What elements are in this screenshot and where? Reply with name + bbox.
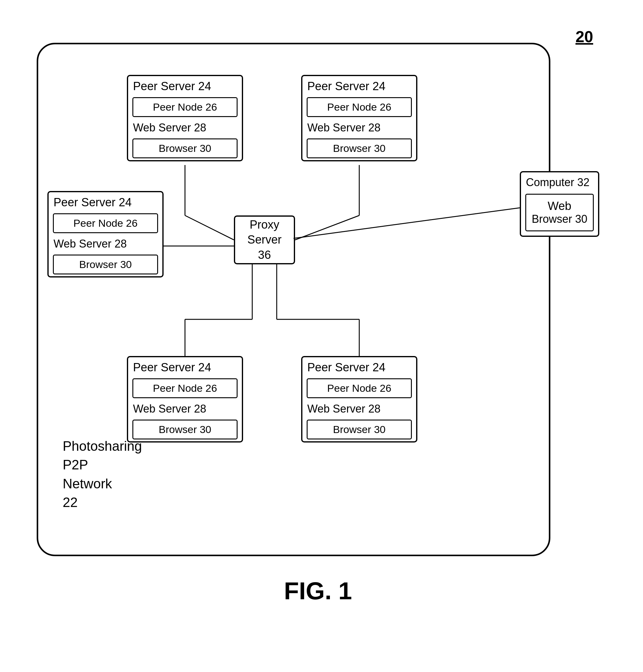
ps-bottom-right-peer-node: Peer Node 26 <box>307 378 412 398</box>
svg-line-3 <box>295 215 359 240</box>
reference-number-20: 20 <box>575 27 593 46</box>
peer-server-left: Peer Server 24 Peer Node 26 Web Server 2… <box>47 191 163 277</box>
peer-server-top-right: Peer Server 24 Peer Node 26 Web Server 2… <box>301 75 417 161</box>
main-network-box: Photosharing P2P Network 22 Peer Server … <box>37 43 550 556</box>
svg-line-1 <box>185 215 234 240</box>
ps-bottom-right-title: Peer Server 24 <box>302 357 416 376</box>
network-label-line3: Network <box>63 474 142 493</box>
proxy-server: Proxy Server 36 <box>234 215 295 264</box>
fig-label: FIG. 1 <box>284 577 352 605</box>
ps-top-left-web-server-label: Web Server 28 <box>128 119 242 137</box>
peer-server-top-left: Peer Server 24 Peer Node 26 Web Server 2… <box>127 75 243 161</box>
ps-top-right-peer-node: Peer Node 26 <box>307 97 412 117</box>
ps-bottom-left-title: Peer Server 24 <box>128 357 242 376</box>
ps-bottom-left-peer-node: Peer Node 26 <box>132 378 238 398</box>
ps-left-web-server-label: Web Server 28 <box>49 235 162 253</box>
peer-server-bottom-right: Peer Server 24 Peer Node 26 Web Server 2… <box>301 356 417 443</box>
network-label: Photosharing P2P Network 22 <box>63 437 142 512</box>
ps-left-peer-node: Peer Node 26 <box>53 213 158 233</box>
ps-bottom-right-browser: Browser 30 <box>307 420 412 439</box>
peer-server-bottom-left: Peer Server 24 Peer Node 26 Web Server 2… <box>127 356 243 443</box>
network-label-line4: 22 <box>63 493 142 512</box>
computer-32: Computer 32 Web Browser 30 <box>520 171 599 237</box>
ps-top-right-web-server-label: Web Server 28 <box>302 119 416 137</box>
proxy-server-label1: Proxy <box>247 217 282 232</box>
ps-bottom-right-web-server-label: Web Server 28 <box>302 400 416 418</box>
ps-top-left-browser: Browser 30 <box>132 138 238 158</box>
ps-left-title: Peer Server 24 <box>49 192 162 211</box>
proxy-server-label3: 36 <box>247 248 282 262</box>
computer-title: Computer 32 <box>521 172 598 191</box>
diagram-container: 20 Photosharing P2P Network 22 Peer Serv… <box>19 18 618 614</box>
ps-top-left-peer-node: Peer Node 26 <box>132 97 238 117</box>
ps-bottom-left-web-server-label: Web Server 28 <box>128 400 242 418</box>
ps-top-right-title: Peer Server 24 <box>302 76 416 95</box>
ps-left-browser: Browser 30 <box>53 254 158 274</box>
ps-top-right-browser: Browser 30 <box>307 138 412 158</box>
computer-web-browser-line2: Browser 30 <box>531 213 589 225</box>
proxy-server-label2: Server <box>247 232 282 247</box>
ps-top-left-title: Peer Server 24 <box>128 76 242 95</box>
computer-web-browser-line1: Web <box>531 200 589 213</box>
network-label-line2: P2P <box>63 455 142 474</box>
ps-bottom-left-browser: Browser 30 <box>132 420 238 439</box>
